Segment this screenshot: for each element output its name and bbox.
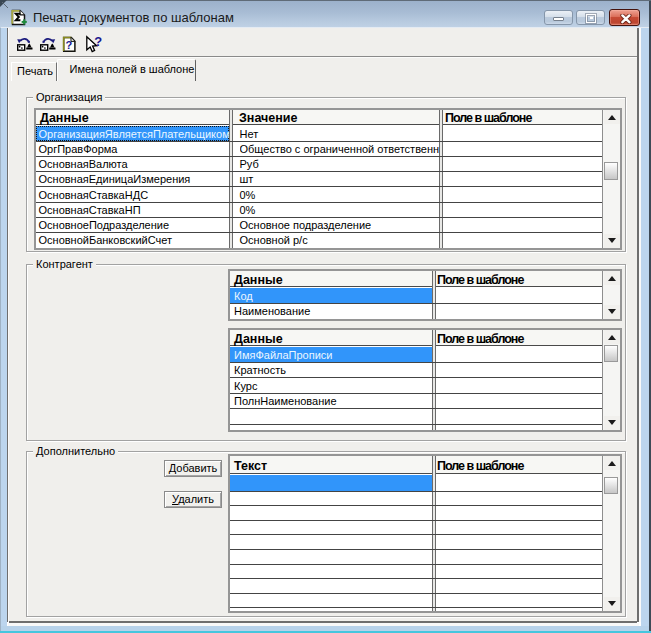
svg-text:?: ? [66, 39, 73, 51]
svg-text:?: ? [94, 35, 102, 49]
